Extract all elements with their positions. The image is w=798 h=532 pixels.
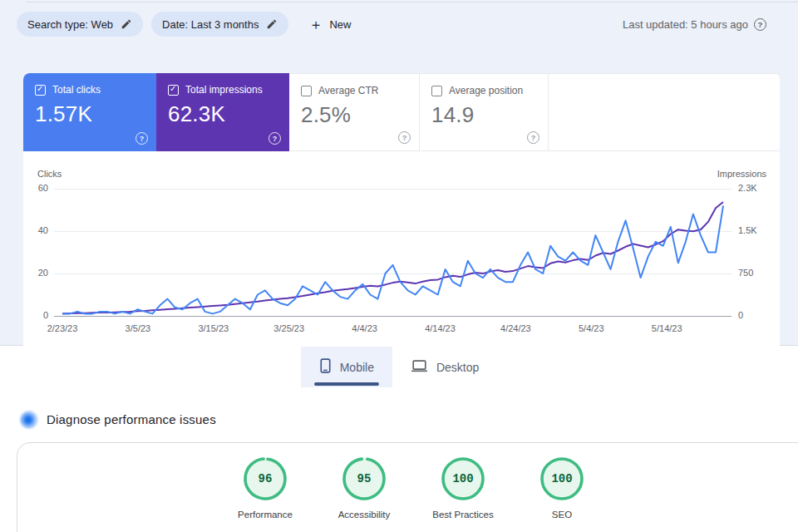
help-icon[interactable]: ? [135, 132, 148, 145]
last-updated-text: Last updated: 5 hours ago [623, 18, 748, 31]
metric-checkbox[interactable] [35, 85, 46, 96]
lighthouse-gauge-best-practices[interactable]: 100Best Practices [421, 456, 505, 520]
metric-card-total-impressions[interactable]: Total impressions62.3K? [156, 73, 289, 151]
x-tick-4/24/23: 4/24/23 [500, 323, 531, 333]
metric-label: Total impressions [185, 84, 263, 96]
metric-value: 62.3K [168, 101, 278, 127]
filter-chips-row: Search type: WebDate: Last 3 months ＋ Ne… [17, 12, 351, 37]
right-tick-1.5K: 1.5K [738, 225, 757, 235]
left-tick-0: 0 [23, 310, 48, 320]
help-icon[interactable]: ? [398, 131, 411, 144]
x-tick-4/14/23: 4/14/23 [425, 323, 456, 333]
lighthouse-gauge-seo[interactable]: 100SEO [520, 456, 603, 520]
top-divider [27, 2, 798, 2]
metric-label-row: Average CTR [301, 85, 407, 96]
gauge-label: SEO [552, 510, 572, 520]
desktop-monitor-icon [411, 360, 428, 375]
gauge-ring: 100 [539, 456, 585, 502]
left-tick-40: 40 [23, 225, 48, 235]
metric-value: 1.57K [35, 101, 145, 127]
metric-checkbox[interactable] [431, 86, 442, 96]
lighthouse-scores-row: 96Performance95Accessibility100Best Prac… [224, 456, 603, 520]
gauge-label: Performance [238, 510, 293, 520]
metric-label: Average position [449, 85, 523, 96]
performance-card: Total clicks1.57K?Total impressions62.3K… [23, 73, 780, 346]
x-tick-3/15/23: 3/15/23 [198, 323, 229, 333]
gauge-score: 95 [341, 456, 387, 502]
new-filter-label: New [329, 18, 351, 31]
search-console-performance-section: Search type: WebDate: Last 3 months ＋ Ne… [0, 0, 798, 346]
gauge-score: 100 [539, 456, 585, 502]
tab-label: Desktop [436, 361, 479, 374]
right-tick-750: 750 [738, 268, 753, 278]
right-tick-2.3K: 2.3K [738, 183, 757, 193]
x-tick-2/23/23: 2/23/23 [47, 323, 78, 333]
impressions-line [62, 202, 723, 313]
help-icon[interactable]: ? [754, 18, 766, 31]
filter-chip-0[interactable]: Search type: Web [17, 12, 143, 37]
active-tab-underline [314, 382, 379, 386]
tab-label: Mobile [340, 361, 374, 374]
gauge-label: Accessibility [338, 510, 391, 520]
metric-label-row: Average position [431, 85, 536, 96]
pagespeed-spinner-icon [20, 411, 38, 429]
last-updated: Last updated: 5 hours ago ? [623, 18, 766, 31]
edit-pencil-icon[interactable] [266, 18, 278, 30]
lighthouse-gauge-performance[interactable]: 96Performance [224, 456, 307, 520]
x-tick-5/4/23: 5/4/23 [579, 323, 604, 333]
metric-cards-filler [549, 73, 780, 151]
help-icon[interactable]: ? [527, 131, 539, 144]
lighthouse-report-card: 96Performance95Accessibility100Best Prac… [17, 442, 798, 532]
metric-cards-row: Total clicks1.57K?Total impressions62.3K… [23, 73, 780, 151]
lighthouse-gauge-accessibility[interactable]: 95Accessibility [323, 456, 406, 520]
gauge-ring: 96 [242, 456, 288, 502]
metric-label: Total clicks [52, 84, 101, 96]
filter-chip-label: Date: Last 3 months [162, 18, 259, 31]
metric-value: 14.9 [431, 102, 536, 128]
clicks-line [62, 205, 723, 313]
gauge-score: 100 [440, 456, 486, 502]
tab-mobile[interactable]: Mobile [301, 347, 392, 387]
left-tick-60: 60 [23, 183, 48, 193]
gauge-ring: 95 [341, 456, 387, 502]
tab-desktop[interactable]: Desktop [392, 347, 497, 387]
metric-checkbox[interactable] [168, 85, 179, 96]
metric-card-average-ctr[interactable]: Average CTR2.5%? [289, 73, 420, 151]
x-tick-3/25/23: 3/25/23 [273, 323, 304, 333]
x-tick-4/4/23: 4/4/23 [352, 323, 377, 333]
metric-value: 2.5% [301, 102, 407, 128]
right-tick-0: 0 [738, 310, 743, 320]
plus-icon: ＋ [308, 17, 323, 32]
right-axis-title: Impressions [717, 169, 766, 179]
metric-card-total-clicks[interactable]: Total clicks1.57K? [23, 73, 156, 151]
metric-label: Average CTR [318, 85, 378, 96]
edit-pencil-icon[interactable] [121, 18, 132, 30]
performance-chart[interactable] [54, 189, 732, 318]
gauge-score: 96 [242, 456, 288, 502]
metric-label-row: Total clicks [35, 84, 145, 96]
diagnose-title: Diagnose performance issues [47, 412, 216, 426]
metric-label-row: Total impressions [168, 84, 278, 96]
help-icon[interactable]: ? [268, 132, 281, 145]
x-tick-3/5/23: 3/5/23 [126, 323, 151, 333]
gauge-label: Best Practices [432, 510, 494, 520]
mobile-phone-icon [319, 358, 332, 376]
new-filter-button[interactable]: ＋ New [308, 17, 351, 32]
metric-card-average-position[interactable]: Average position14.9? [420, 73, 549, 151]
x-tick-5/14/23: 5/14/23 [652, 323, 682, 333]
gauge-ring: 100 [440, 456, 486, 502]
left-tick-20: 20 [23, 268, 48, 278]
filter-chip-1[interactable]: Date: Last 3 months [151, 12, 288, 37]
device-tabs-bar: MobileDesktop [0, 347, 798, 387]
filter-chip-label: Search type: Web [27, 18, 113, 31]
left-axis-title: Clicks [37, 169, 62, 179]
diagnose-section: Diagnose performance issues [0, 387, 798, 442]
metric-checkbox[interactable] [301, 86, 312, 96]
